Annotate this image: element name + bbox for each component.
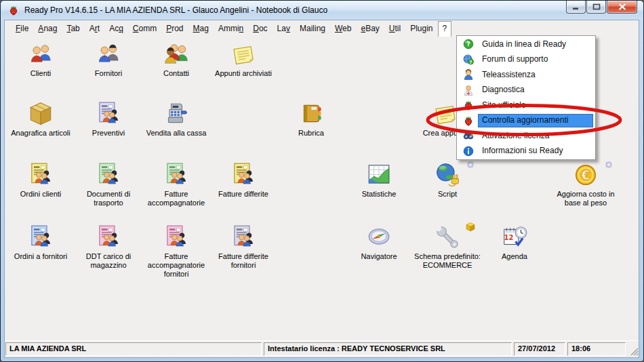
menubar-item-ammin[interactable]: Ammin	[214, 22, 248, 36]
desktop-icon-fatture-accompagnatorie[interactable]: Fatture accompagnatorie	[141, 161, 212, 207]
app-logo-strawberry-icon	[8, 5, 20, 16]
person-blue-icon	[458, 69, 478, 80]
minimize-button[interactable]	[566, 1, 586, 14]
strawberry-icon	[458, 100, 478, 110]
help-menu-item-teleassistenza[interactable]: Teleassistenza	[458, 67, 595, 83]
menubar-item-tab[interactable]: Tab	[62, 22, 84, 36]
compass-icon	[344, 224, 414, 251]
desktop-icon-rubrica[interactable]: Rubrica	[276, 100, 346, 138]
menubar-item-lav[interactable]: Lav	[273, 22, 295, 36]
menubar-item-prod[interactable]: Prod	[161, 22, 188, 36]
desktop-icon-label: Schema predefinito: ECOMMERCE	[412, 252, 483, 270]
desktop-icon-contatti[interactable]: Contatti	[141, 41, 212, 78]
menubar-item-acq[interactable]: Acq	[104, 22, 128, 36]
help-menu-item-label: Attivazione licenza	[478, 129, 593, 142]
desktop-icon-statistiche[interactable]: Statistiche	[344, 161, 414, 199]
app-window: Ready Pro V14.6.15 - LA MIA AZIENDA SRL …	[0, 0, 644, 362]
menubar-item-doc[interactable]: Doc	[248, 22, 272, 36]
menubar-item-comm[interactable]: Comm	[128, 22, 161, 36]
desktop-icon-fatture-differite-fornitori[interactable]: Fatture differite fornitori	[208, 224, 279, 270]
desktop-icon-label: Agenda	[479, 252, 550, 261]
help-menu-item-label: Guida in linea di Ready	[478, 37, 593, 51]
desktop-icon-agenda[interactable]: 12 Agenda	[479, 224, 550, 261]
doc-people-green-icon	[73, 161, 144, 188]
doc-people-green-icon	[141, 161, 212, 188]
desktop-icon-navigatore[interactable]: Navigatore	[344, 224, 414, 261]
doc-people-pink-icon	[73, 224, 144, 251]
menubar-item-help[interactable]: ?	[438, 21, 452, 37]
svg-text:?: ?	[470, 60, 472, 65]
desktop-icon-label: Fornitori	[73, 69, 144, 78]
menubar-item-plugin[interactable]: Plugin	[405, 22, 437, 36]
desktop-icon-documenti-di-trasporto[interactable]: Documenti di trasporto	[73, 161, 144, 207]
cube-badge-icon	[465, 222, 476, 233]
desktop-icon-label: Clienti	[5, 69, 76, 78]
desktop-icon-label: Fatture differite fornitori	[208, 252, 279, 270]
strawberry-icon	[458, 115, 478, 126]
desktop-icon-label: Script	[412, 190, 483, 199]
title-bar: Ready Pro V14.6.15 - LA MIA AZIENDA SRL …	[1, 1, 643, 20]
help-menu-item-attivazione-licenza[interactable]: Attivazione licenza	[458, 128, 595, 144]
desktop-icon-clienti[interactable]: Clienti	[5, 41, 76, 78]
help-menu-dropdown: ?Guida in linea di Ready ?Forum di suppo…	[456, 35, 596, 160]
help-menu-item-label: Informazioni su Ready	[478, 144, 593, 158]
desktop-icon-label: Ordini a fornitori	[5, 252, 76, 261]
desktop-icon-aggiorna-costo-in-base-al-peso[interactable]: €Aggiorna costo in base al peso	[550, 161, 621, 207]
address-book-icon	[276, 100, 346, 127]
help-menu-item-sito-ufficiale[interactable]: Sito ufficiale	[458, 98, 595, 113]
help-menu-item-guida-in-linea-di-ready[interactable]: ?Guida in linea di Ready	[458, 37, 595, 52]
doc-people-yellow-icon	[208, 161, 279, 188]
statusbar-time: 18:06	[567, 342, 626, 356]
menubar-item-anag[interactable]: Anag	[33, 22, 62, 36]
people-contacts-icon	[141, 41, 212, 68]
doc-people-lavender-icon	[73, 100, 144, 127]
desktop-icon-label: Ordini clienti	[5, 190, 76, 199]
minimize-icon	[572, 4, 580, 10]
chart-icon	[344, 161, 414, 188]
doc-people-gray-icon	[208, 224, 279, 251]
help-menu-item-label: Forum di supporto	[478, 53, 593, 66]
menubar-item-mag[interactable]: Mag	[188, 22, 214, 36]
statusbar-license: Intestatario licenza : READY TECNOSERVIC…	[264, 342, 512, 356]
menubar-item-ebay[interactable]: eBay	[356, 22, 384, 36]
window-controls	[566, 1, 637, 14]
menubar-item-file[interactable]: File	[11, 22, 33, 36]
desktop-icon-fatture-accompagnatorie-fornitori[interactable]: Fatture accompagnatorie fornitori	[141, 224, 212, 279]
help-menu-item-label: Teleassistenza	[478, 68, 593, 81]
menubar-item-art[interactable]: Art	[85, 22, 104, 36]
desktop-icon-preventivi[interactable]: Preventivi	[73, 100, 144, 138]
svg-text:?: ?	[466, 41, 470, 48]
close-button[interactable]	[607, 1, 637, 14]
desktop-icon-fornitori[interactable]: Fornitori	[73, 41, 144, 78]
help-menu-item-informazioni-su-ready[interactable]: Informazioni su Ready	[458, 144, 595, 159]
desktop-icon-label: Fatture differite	[208, 190, 279, 199]
help-menu-item-controlla-aggiornamenti[interactable]: Controlla aggiornamenti	[458, 113, 595, 129]
status-bar: LA MIA AZIENDA SRL Intestatario licenza …	[5, 340, 639, 357]
desktop-icon-fatture-differite[interactable]: Fatture differite	[208, 161, 279, 199]
desktop-icon-script[interactable]: Script	[412, 161, 483, 199]
desktop-icon-appunti-archiviati[interactable]: Appunti archiviati	[208, 41, 279, 78]
desktop-icon-ordini-clienti[interactable]: Ordini clienti	[5, 161, 76, 199]
menubar-item-util[interactable]: Util	[384, 22, 405, 36]
help-menu-item-diagnostica[interactable]: Diagnostica	[458, 83, 595, 98]
maximize-button[interactable]	[586, 1, 606, 14]
desktop-icon-anagrafica-articoli[interactable]: Anagrafica articoli	[5, 100, 76, 138]
desktop-icon-schema-predefinito-ecommerce[interactable]: Schema predefinito: ECOMMERCE	[412, 224, 483, 270]
binoculars-icon	[458, 130, 478, 141]
desktop-icon-vendita-alla-cassa[interactable]: Vendita alla cassa	[141, 100, 212, 138]
gear-badge-icon	[603, 159, 614, 170]
desktop-icon-ddt-carico-di-magazzino[interactable]: DDT carico di magazzino	[73, 224, 144, 270]
resize-grip[interactable]	[630, 342, 639, 356]
help-menu-item-label: Diagnostica	[478, 83, 593, 97]
maximize-icon	[592, 3, 601, 10]
desktop-icon-label: Navigatore	[344, 252, 414, 261]
desktop-icon-label: Vendita alla cassa	[141, 129, 212, 138]
help-menu-item-forum-di-supporto[interactable]: ?Forum di supporto	[458, 52, 595, 68]
svg-text:12: 12	[504, 234, 514, 241]
help-menu-item-label: Controlla aggiornamenti	[478, 114, 593, 127]
menubar-item-mailing[interactable]: Mailing	[295, 22, 330, 36]
menubar-item-web[interactable]: Web	[330, 22, 356, 36]
desktop-icon-ordini-a-fornitori[interactable]: Ordini a fornitori	[5, 224, 76, 261]
desktop-icon-label: Fatture accompagnatorie fornitori	[141, 252, 212, 279]
window-title: Ready Pro V14.6.15 - LA MIA AZIENDA SRL …	[24, 5, 327, 15]
